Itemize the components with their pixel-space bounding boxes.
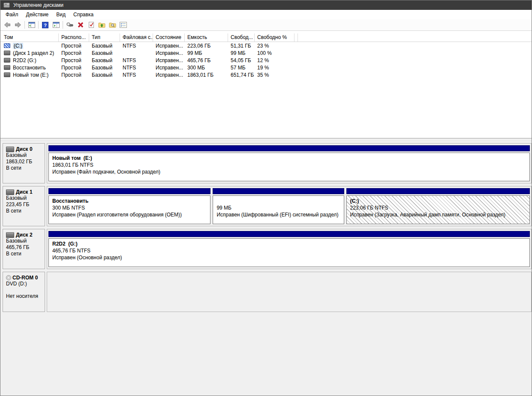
partition-color-bar <box>48 145 530 151</box>
disk-label[interactable]: CD-ROM 0DVD (D:)Нет носителя <box>3 272 45 312</box>
column-header[interactable]: Файловая с... <box>120 33 153 42</box>
folder-up-arrow-icon <box>98 22 105 28</box>
partition-color-bar <box>346 188 530 194</box>
show-action-pane-icon <box>53 22 60 28</box>
partition-strip: Новый том (E:)1863,01 ГБ NTFSИсправен (Ф… <box>47 143 532 183</box>
window-title: Управление дисками <box>13 2 63 8</box>
help-button[interactable]: ? <box>40 20 51 30</box>
partition-size: 300 МБ NTFS <box>52 204 210 211</box>
partition-body: R2D2 (G:)465,76 ГБ NTFSИсправен (Основно… <box>48 238 530 267</box>
partition-size: 99 МБ <box>216 204 343 211</box>
table-row[interactable]: Новый том (E:)ПростойБазовыйNTFSИсправен… <box>0 71 532 78</box>
volume-cell-status: Исправен... <box>153 72 185 78</box>
partition-size: 223,06 ГБ NTFS <box>350 204 530 211</box>
back-button[interactable] <box>2 20 12 30</box>
volume-cell-free: 54,05 ГБ <box>228 57 255 63</box>
disk-row: Диск 2Базовый465,76 ГБВ сетиR2D2 (G:)465… <box>3 229 532 269</box>
disk-size: 223,45 ГБ <box>6 201 43 208</box>
partition[interactable]: Восстановить300 МБ NTFSИсправен (Раздел … <box>48 188 210 224</box>
column-header[interactable]: Том <box>1 33 59 42</box>
menu-item-action[interactable]: Действие <box>22 10 53 19</box>
column-header[interactable]: Свободно % <box>255 33 295 42</box>
partition-strip: Восстановить300 МБ NTFSИсправен (Раздел … <box>47 186 532 226</box>
volume-cell-capacity: 300 МБ <box>185 65 228 71</box>
partition[interactable]: 99 МБИсправен (Шифрованный (EFI) системн… <box>213 188 344 224</box>
panel-splitter[interactable] <box>0 138 532 141</box>
table-row[interactable]: (Диск 1 раздел 2)ПростойБазовыйИсправен.… <box>0 49 532 57</box>
toolbar-separator <box>63 21 63 29</box>
disk-row: Диск 1Базовый223,45 ГБВ сетиВосстановить… <box>3 186 532 226</box>
column-header[interactable]: Состояние <box>153 33 185 42</box>
volume-cell-status: Исправен... <box>153 43 185 49</box>
volume-cell-layout: Простой <box>59 57 89 63</box>
graphical-view-panel: Диск 0Базовый1863,02 ГБВ сетиНовый том (… <box>0 141 532 312</box>
disk-status: В сети <box>6 165 43 171</box>
partition-strip: R2D2 (G:)465,76 ГБ NTFSИсправен (Основно… <box>47 229 532 269</box>
volume-cell-free_pct: 100 % <box>255 50 295 56</box>
volume-name: (Диск 1 раздел 2) <box>13 50 54 56</box>
disk-name: Диск 0 <box>16 146 33 152</box>
volume-icon <box>4 72 10 77</box>
checklist-icon <box>120 22 127 28</box>
column-header[interactable]: Свобод... <box>228 33 255 42</box>
partition-body: Новый том (E:)1863,01 ГБ NTFSИсправен (Ф… <box>48 153 530 181</box>
toolbar-separator <box>24 21 25 29</box>
disk-row: Диск 0Базовый1863,02 ГБВ сетиНовый том (… <box>3 143 532 183</box>
toolbar-separator <box>38 21 39 29</box>
partition-name: Восстановить <box>52 198 210 204</box>
folder-search-icon <box>109 22 116 28</box>
disk-label[interactable]: Диск 1Базовый223,45 ГБВ сети <box>3 186 45 226</box>
partition-name: (C:) <box>350 198 530 204</box>
volume-cell-free_pct: 35 % <box>255 72 295 78</box>
rescan-disks-button[interactable] <box>64 20 75 30</box>
disk-name: CD-ROM 0 <box>12 275 38 281</box>
customize-view-button[interactable] <box>118 20 129 30</box>
partition-color-bar <box>48 188 210 194</box>
check-document-button[interactable] <box>86 20 96 30</box>
volume-cell-free_pct: 19 % <box>255 65 295 71</box>
volume-icon <box>4 51 10 55</box>
table-row[interactable]: R2D2 (G:)ПростойБазовыйNTFSИсправен...46… <box>0 57 532 64</box>
disk-label[interactable]: Диск 2Базовый465,76 ГБВ сети <box>3 229 45 269</box>
partition[interactable]: R2D2 (G:)465,76 ГБ NTFSИсправен (Основно… <box>48 231 530 267</box>
disk-label[interactable]: Диск 0Базовый1863,02 ГБВ сети <box>3 143 45 183</box>
menu-item-file[interactable]: Файл <box>2 10 22 19</box>
help-icon: ? <box>42 22 48 28</box>
delete-x-icon <box>78 22 84 28</box>
menu-item-view[interactable]: Вид <box>52 10 69 19</box>
volume-icon <box>4 43 10 48</box>
table-row[interactable]: (C:)ПростойБазовыйNTFSИсправен...223,06 … <box>0 42 532 49</box>
volume-name: Восстановить <box>13 65 46 71</box>
show-console-tree-button[interactable] <box>26 20 37 30</box>
disk-size: 465,76 ГБ <box>6 244 43 251</box>
disk-drive-icon <box>6 189 14 195</box>
column-header[interactable]: Располо... <box>59 33 89 42</box>
volume-name: R2D2 (G:) <box>13 57 36 63</box>
disk-drive-icon <box>6 147 14 152</box>
table-row[interactable]: ВосстановитьПростойБазовыйNTFSИсправен..… <box>0 64 532 71</box>
column-header[interactable]: Тип <box>89 33 120 42</box>
partition-size: 1863,01 ГБ NTFS <box>52 162 529 168</box>
partition-status: Исправен (Шифрованный (EFI) системный ра… <box>216 211 343 218</box>
menu-item-help[interactable]: Справка <box>69 10 97 19</box>
disk-name: Диск 2 <box>16 232 33 238</box>
show-action-pane-button[interactable] <box>51 20 61 30</box>
forward-button[interactable] <box>12 20 23 30</box>
volume-table-header: ТомРасполо...ТипФайловая с...СостояниеЕм… <box>0 33 532 42</box>
disk-row: CD-ROM 0DVD (D:)Нет носителя <box>3 272 532 312</box>
rescan-disks-icon <box>66 22 73 28</box>
partition-size: 465,76 ГБ NTFS <box>52 247 529 254</box>
volume-cell-free_pct: 23 % <box>255 43 295 49</box>
delete-volume-button[interactable] <box>75 20 86 30</box>
disk-drive-icon <box>6 232 14 238</box>
titlebar: Управление дисками <box>0 0 532 10</box>
open-folder-button[interactable] <box>96 20 107 30</box>
volume-cell-layout: Простой <box>59 65 89 71</box>
volume-list-panel: ТомРасполо...ТипФайловая с...СостояниеЕм… <box>0 31 532 138</box>
explore-folder-button[interactable] <box>107 20 118 30</box>
menu-bar: ФайлДействиеВидСправка <box>0 10 532 19</box>
partition[interactable]: Новый том (E:)1863,01 ГБ NTFSИсправен (Ф… <box>48 145 530 181</box>
partition[interactable]: (C:)223,06 ГБ NTFSИсправен (Загрузка, Ав… <box>346 188 530 224</box>
disk-type: Базовый <box>6 195 43 201</box>
column-header[interactable]: Емкость <box>185 33 228 42</box>
